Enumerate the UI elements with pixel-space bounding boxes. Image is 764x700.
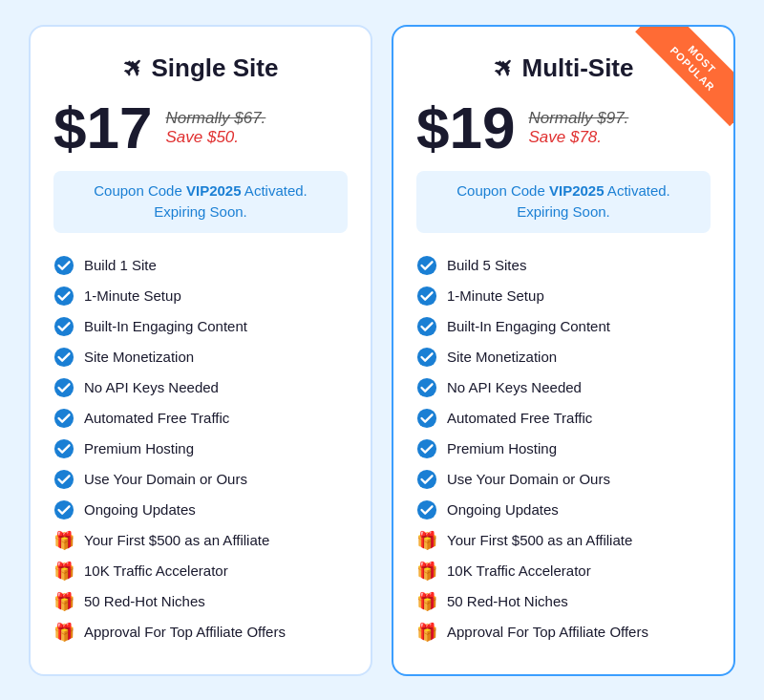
check-icon [416,469,437,490]
gift-icon: 🎁 [416,622,437,643]
coupon-code: VIP2025 [549,182,605,199]
price-save: Save $78. [528,128,602,147]
card-title: ✈ Single Site [53,53,348,83]
feature-text: Build 5 Sites [447,257,526,273]
coupon-box: Coupon Code VIP2025 Activated. Expiring … [416,171,711,233]
feature-text: Site Monetization [447,349,557,365]
svg-point-7 [54,469,74,488]
feature-gift-item: 🎁 Approval For Top Affiliate Offers [53,617,348,647]
feature-check-item: Site Monetization [53,342,348,372]
price-main: $17 [53,98,152,158]
coupon-prefix: Coupon Code [94,182,186,199]
svg-point-4 [54,377,74,396]
check-icon [53,255,74,276]
feature-gift-item: 🎁 50 Red-Hot Niches [53,586,348,617]
gift-icon: 🎁 [416,530,437,551]
price-row: $17 Normally $67. Save $50. [53,98,348,158]
coupon-line2: Expiring Soon. [154,203,247,220]
svg-point-16 [417,469,436,488]
check-icon [416,408,437,429]
feature-text: 50 Red-Hot Niches [84,593,205,609]
price-old-block: Normally $67. Save $50. [165,109,265,147]
feature-text: Your First $500 as an Affiliate [447,532,632,548]
feature-text: Use Your Domain or Ours [447,471,610,487]
feature-check-item: No API Keys Needed [416,372,711,403]
feature-text: Premium Hosting [84,440,194,456]
feature-check-item: Premium Hosting [416,434,711,464]
check-icon [53,286,74,307]
feature-check-item: Site Monetization [416,342,711,372]
feature-check-item: Ongoing Updates [416,495,711,525]
feature-check-item: Built-In Engaging Content [53,311,348,342]
feature-text: Automated Free Traffic [447,410,592,426]
plan-name: Single Site [152,53,279,83]
svg-point-17 [417,499,436,519]
gift-icon: 🎁 [53,591,74,612]
gift-icon: 🎁 [416,561,437,582]
feature-check-item: No API Keys Needed [53,372,348,403]
svg-point-12 [417,347,436,366]
price-main: $19 [416,98,515,158]
svg-point-0 [54,255,74,274]
price-save: Save $50. [165,128,239,147]
svg-point-6 [54,438,74,457]
plane-icon: ✈ [116,50,151,85]
svg-point-2 [54,316,74,335]
coupon-code: VIP2025 [186,182,242,199]
feature-text: Built-In Engaging Content [447,318,610,334]
check-icon [416,377,437,398]
check-icon [53,408,74,429]
popular-ribbon-text: MOSTPOPULAR [635,27,733,126]
svg-point-3 [54,347,74,366]
feature-check-item: Automated Free Traffic [416,403,711,434]
check-icon [416,316,437,337]
feature-gift-item: 🎁 Approval For Top Affiliate Offers [416,617,711,647]
feature-check-item: Automated Free Traffic [53,403,348,434]
check-icon [53,377,74,398]
feature-gift-item: 🎁 Your First $500 as an Affiliate [416,525,711,556]
price-normally: Normally $67. [165,109,265,128]
svg-point-5 [54,408,74,427]
feature-text: Build 1 Site [84,257,157,273]
feature-gift-item: 🎁 50 Red-Hot Niches [416,586,711,617]
plane-icon: ✈ [486,50,521,85]
card-single-site: ✈ Single Site $17 Normally $67. Save $50… [29,25,372,676]
feature-text: Ongoing Updates [447,501,559,518]
coupon-prefix: Coupon Code [456,182,549,199]
feature-check-item: Use Your Domain or Ours [53,464,348,495]
svg-point-8 [54,499,74,519]
feature-text: Automated Free Traffic [84,410,229,426]
check-icon [416,499,437,520]
gift-icon: 🎁 [416,591,437,612]
feature-text: Approval For Top Affiliate Offers [84,624,286,640]
coupon-box: Coupon Code VIP2025 Activated. Expiring … [53,171,348,233]
feature-text: Approval For Top Affiliate Offers [447,624,648,640]
check-icon [53,499,74,520]
features-list: Build 5 Sites 1-Minute Setup Built-In En… [416,250,711,647]
pricing-cards: ✈ Single Site $17 Normally $67. Save $50… [19,25,745,676]
check-icon [53,438,74,459]
feature-text: 1-Minute Setup [447,287,544,304]
feature-text: Your First $500 as an Affiliate [84,532,269,548]
gift-icon: 🎁 [53,622,74,643]
feature-check-item: 1-Minute Setup [53,281,348,311]
svg-point-1 [54,286,74,305]
feature-gift-item: 🎁 10K Traffic Accelerator [53,556,348,586]
feature-text: Ongoing Updates [84,501,196,518]
svg-point-15 [417,438,436,457]
svg-point-11 [417,316,436,335]
feature-check-item: Build 1 Site [53,250,348,281]
coupon-line2: Expiring Soon. [517,203,610,220]
svg-point-13 [417,377,436,396]
feature-text: 10K Traffic Accelerator [84,562,228,579]
feature-text: Use Your Domain or Ours [84,471,247,487]
feature-gift-item: 🎁 10K Traffic Accelerator [416,556,711,586]
check-icon [416,255,437,276]
coupon-suffix: Activated. [605,182,670,199]
feature-text: Built-In Engaging Content [84,318,247,334]
feature-text: 50 Red-Hot Niches [447,593,568,609]
check-icon [53,469,74,490]
check-icon [416,438,437,459]
svg-point-14 [417,408,436,427]
feature-check-item: 1-Minute Setup [416,281,711,311]
